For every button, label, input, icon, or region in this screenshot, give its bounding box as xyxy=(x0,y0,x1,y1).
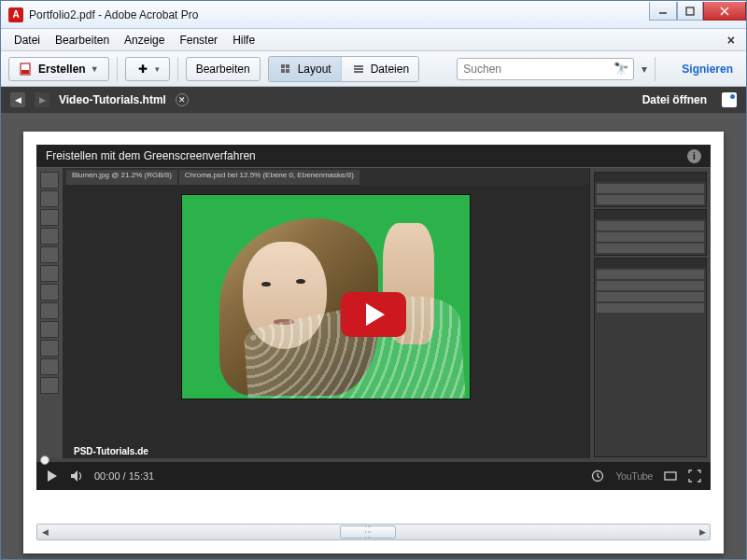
content-area: Freistellen mit dem Greenscreenverfahren… xyxy=(1,113,746,559)
scroll-right-icon[interactable]: ▶ xyxy=(695,527,710,537)
svg-marker-7 xyxy=(71,470,78,482)
ps-doc-tab: Blumen.jpg @ 21.2% (RGB/8) xyxy=(66,170,177,185)
menu-window[interactable]: Fenster xyxy=(172,31,225,49)
tab-label[interactable]: Video-Tutorials.html xyxy=(59,93,166,106)
create-label: Erstellen xyxy=(38,63,86,76)
ps-tool-icon xyxy=(40,228,59,245)
menubar-close-icon[interactable]: × xyxy=(722,33,740,48)
create-button[interactable]: Erstellen ▼ xyxy=(8,57,109,81)
ps-tool-icon xyxy=(40,302,59,319)
search-input[interactable] xyxy=(457,58,634,80)
layout-view-button[interactable]: Layout xyxy=(269,57,342,81)
video-progress-track[interactable] xyxy=(36,458,711,462)
nav-prev-button[interactable]: ◀ xyxy=(10,92,25,107)
svg-rect-5 xyxy=(21,70,29,74)
menu-file[interactable]: Datei xyxy=(7,31,48,49)
view-mode-group: Layout Dateien xyxy=(268,56,419,82)
ps-panel xyxy=(594,209,707,256)
video-progress-knob[interactable] xyxy=(40,455,49,465)
ps-tool-icon xyxy=(40,172,59,189)
play-control-button[interactable] xyxy=(46,469,59,483)
photoshop-panels xyxy=(589,168,711,461)
close-button[interactable] xyxy=(703,2,746,21)
ps-tool-icon xyxy=(40,246,59,263)
menu-view[interactable]: Anzeige xyxy=(117,31,172,49)
tab-close-icon[interactable]: ✕ xyxy=(176,93,189,106)
create-pdf-icon xyxy=(19,62,34,77)
youtube-logo[interactable]: YouTube xyxy=(615,470,653,482)
ps-tool-icon xyxy=(40,340,59,357)
scroll-left-icon[interactable]: ◀ xyxy=(37,527,52,537)
video-time: 00:00 / 15:31 xyxy=(94,470,154,482)
ps-panel xyxy=(594,172,707,207)
ps-tool-icon xyxy=(40,358,59,375)
ps-tool-icon xyxy=(40,321,59,338)
ps-doc-tab: Chroma.psd bei 12.5% (Ebene 0, Ebenenmas… xyxy=(179,170,359,185)
toolbar: Erstellen ▼ ✚ ▾ Bearbeiten Layout Dateie… xyxy=(1,51,746,87)
fullscreen-icon[interactable] xyxy=(688,469,701,483)
minimize-button[interactable] xyxy=(649,2,677,21)
files-label: Dateien xyxy=(371,63,409,76)
files-view-button[interactable]: Dateien xyxy=(342,57,418,81)
photoshop-canvas-area: PSD-Tutorials.de xyxy=(63,185,589,461)
ps-tool-icon xyxy=(40,190,59,207)
ps-tool-icon xyxy=(40,284,59,301)
video-player: Freistellen mit dem Greenscreenverfahren… xyxy=(36,145,711,490)
search-wrap: 🔭 xyxy=(457,58,628,80)
ps-layers-panel xyxy=(594,258,707,457)
caret-down-icon: ▼ xyxy=(91,64,99,74)
svg-rect-9 xyxy=(665,472,676,480)
video-info-icon[interactable]: i xyxy=(687,149,701,163)
video-thumbnail: Blumen.jpg @ 21.2% (RGB/8) Chroma.psd be… xyxy=(36,167,711,462)
video-watermark: PSD-Tutorials.de xyxy=(74,446,148,456)
video-title: Freistellen mit dem Greenscreenverfahren xyxy=(46,149,256,162)
theater-mode-icon[interactable] xyxy=(664,469,677,483)
app-window: A Portfolio2.pdf - Adobe Acrobat Pro Dat… xyxy=(0,0,747,560)
open-file-button[interactable]: Datei öffnen xyxy=(642,93,707,106)
greenscreen-canvas xyxy=(181,194,471,399)
edit-label: Bearbeiten xyxy=(196,63,250,76)
ps-tool-icon xyxy=(40,377,59,394)
ps-tool-icon xyxy=(40,265,59,282)
window-title: Portfolio2.pdf - Adobe Acrobat Pro xyxy=(29,8,649,21)
toolbar-separator xyxy=(655,57,655,81)
photoshop-toolbar xyxy=(36,168,63,461)
layout-label: Layout xyxy=(298,63,331,76)
window-controls xyxy=(649,2,746,21)
files-list-icon xyxy=(351,62,366,77)
photoshop-main: Blumen.jpg @ 21.2% (RGB/8) Chroma.psd be… xyxy=(63,168,589,461)
menu-edit[interactable]: Bearbeiten xyxy=(48,31,117,49)
maximize-button[interactable] xyxy=(677,2,703,21)
volume-button[interactable] xyxy=(70,469,83,483)
search-options-caret[interactable]: ▾ xyxy=(641,63,647,76)
layout-grid-icon xyxy=(278,62,293,77)
video-controls: 00:00 / 15:31 YouTube xyxy=(36,462,711,490)
horizontal-scrollbar[interactable]: ◀ ▶ xyxy=(36,524,711,540)
play-button[interactable] xyxy=(341,292,406,337)
toolbar-separator xyxy=(177,57,178,81)
watch-later-icon[interactable] xyxy=(591,469,604,483)
video-header: Freistellen mit dem Greenscreenverfahren… xyxy=(36,145,711,167)
acrobat-icon: A xyxy=(8,7,23,22)
photoshop-doc-tabs: Blumen.jpg @ 21.2% (RGB/8) Chroma.psd be… xyxy=(63,168,589,185)
caret-down-icon: ▾ xyxy=(155,64,160,74)
edit-button[interactable]: Bearbeiten xyxy=(186,57,261,81)
plus-icon: ✚ xyxy=(135,62,150,77)
svg-marker-6 xyxy=(48,470,57,482)
document-tabbar: ◀ ▶ Video-Tutorials.html ✕ Datei öffnen xyxy=(1,87,746,113)
menubar: Datei Bearbeiten Anzeige Fenster Hilfe × xyxy=(1,29,746,51)
nav-next-button[interactable]: ▶ xyxy=(35,92,49,107)
open-file-icon[interactable] xyxy=(722,92,737,107)
toolbar-separator xyxy=(117,57,118,81)
page-footer xyxy=(36,490,711,518)
pdf-page: Freistellen mit dem Greenscreenverfahren… xyxy=(23,132,724,553)
titlebar: A Portfolio2.pdf - Adobe Acrobat Pro xyxy=(1,1,746,29)
ps-tool-icon xyxy=(40,209,59,226)
menu-help[interactable]: Hilfe xyxy=(225,31,262,49)
scroll-thumb[interactable] xyxy=(340,525,396,539)
customize-button[interactable]: ✚ ▾ xyxy=(125,57,170,81)
svg-rect-1 xyxy=(686,7,694,15)
sign-button[interactable]: Signieren xyxy=(676,63,739,76)
